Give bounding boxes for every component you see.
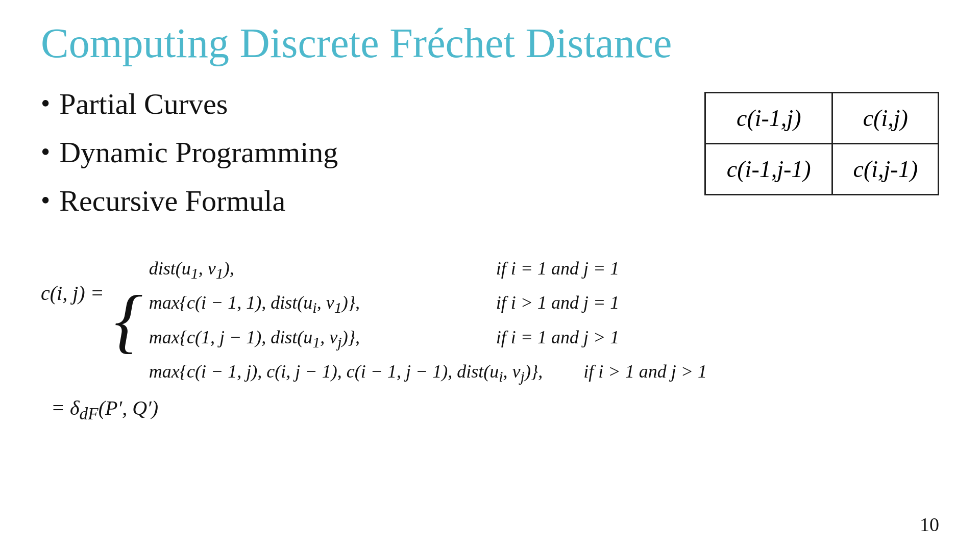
- cell-1-1: c(i,j-1): [832, 144, 939, 195]
- formula-section: c(i, j) = { dist(u1, v1), if i = 1 and j…: [41, 253, 939, 423]
- bullet-dot-3: •: [41, 185, 50, 216]
- cell-1-0: c(i-1,j-1): [705, 144, 832, 195]
- cases-lines: dist(u1, v1), if i = 1 and j = 1 max{c(i…: [149, 255, 707, 388]
- bullet-dot-2: •: [41, 136, 50, 168]
- big-brace-icon: {: [114, 253, 143, 388]
- case-expr-3: max{c(1, j − 1), dist(u1, vj)},: [149, 323, 455, 354]
- table-row-2: c(i-1,j-1) c(i,j-1): [705, 144, 939, 195]
- case-line-3: max{c(1, j − 1), dist(u1, vj)}, if i = 1…: [149, 323, 707, 354]
- formula-result: = δdF(P′, Q′): [51, 396, 939, 423]
- bullet-item-3: • Recursive Formula: [41, 184, 674, 218]
- case-line-1: dist(u1, v1), if i = 1 and j = 1: [149, 255, 707, 285]
- formula-row: c(i, j) = { dist(u1, v1), if i = 1 and j…: [41, 253, 939, 388]
- bullet-label-1: Partial Curves: [59, 87, 228, 121]
- bullet-dot-1: •: [41, 88, 50, 119]
- bullet-label-2: Dynamic Programming: [59, 135, 338, 169]
- slide-title: Computing Discrete Fréchet Distance: [41, 20, 939, 66]
- content-area: • Partial Curves • Dynamic Programming •…: [41, 87, 939, 232]
- slide: Computing Discrete Fréchet Distance • Pa…: [0, 0, 980, 551]
- dp-table-area: c(i-1,j) c(i,j) c(i-1,j-1) c(i,j-1): [704, 92, 939, 232]
- cell-0-1: c(i,j): [832, 93, 939, 144]
- cell-0-0: c(i-1,j): [705, 93, 832, 144]
- bullet-label-3: Recursive Formula: [59, 184, 285, 218]
- bullet-item-1: • Partial Curves: [41, 87, 674, 121]
- table-row-1: c(i-1,j) c(i,j): [705, 93, 939, 144]
- bullet-list: • Partial Curves • Dynamic Programming •…: [41, 87, 674, 232]
- page-number: 10: [920, 513, 939, 536]
- case-cond-2: if i > 1 and j = 1: [496, 289, 620, 316]
- case-cond-1: if i = 1 and j = 1: [496, 255, 620, 282]
- case-expr-2: max{c(i − 1, 1), dist(ui, v1)},: [149, 289, 455, 319]
- dp-table: c(i-1,j) c(i,j) c(i-1,j-1) c(i,j-1): [704, 92, 939, 195]
- formula-lhs: c(i, j) =: [41, 283, 104, 304]
- case-expr-4: max{c(i − 1, j), c(i, j − 1), c(i − 1, j…: [149, 358, 543, 388]
- case-line-4: max{c(i − 1, j), c(i, j − 1), c(i − 1, j…: [149, 358, 707, 388]
- case-expr-1: dist(u1, v1),: [149, 255, 455, 285]
- case-cond-3: if i = 1 and j > 1: [496, 323, 620, 351]
- brace-container: { dist(u1, v1), if i = 1 and j = 1 max{c…: [114, 253, 707, 388]
- case-cond-4: if i > 1 and j > 1: [583, 358, 707, 385]
- case-line-2: max{c(i − 1, 1), dist(ui, v1)}, if i > 1…: [149, 289, 707, 319]
- bullet-item-2: • Dynamic Programming: [41, 135, 674, 169]
